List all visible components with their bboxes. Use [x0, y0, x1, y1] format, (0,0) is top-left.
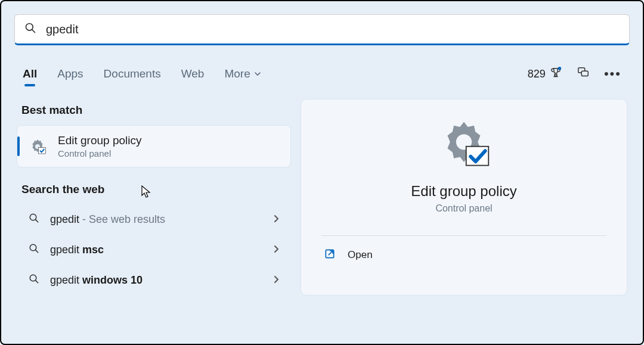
tab-documents[interactable]: Documents	[104, 67, 161, 80]
best-match-title: Edit group policy	[58, 134, 141, 147]
svg-point-4	[558, 66, 562, 70]
svg-rect-8	[38, 147, 45, 154]
best-match-result[interactable]: Edit group policy Control panel	[17, 125, 291, 167]
chevron-right-icon	[273, 215, 279, 225]
web-result-gpedit-windows-10[interactable]: gpedit windows 10	[17, 265, 291, 296]
search-icon	[29, 243, 39, 257]
tab-web[interactable]: Web	[181, 67, 205, 80]
tab-apps[interactable]: Apps	[57, 67, 83, 80]
chevron-right-icon	[273, 245, 279, 256]
filter-tabs: All Apps Documents Web More 829	[1, 62, 643, 86]
gear-check-icon	[28, 137, 47, 156]
trophy-icon	[549, 66, 562, 82]
chat-icon[interactable]	[577, 66, 590, 82]
rewards-points[interactable]: 829	[528, 66, 562, 82]
web-result-text: gpedit - See web results	[50, 213, 165, 226]
search-icon	[29, 213, 39, 226]
best-match-heading: Best match	[21, 104, 286, 117]
open-label: Open	[348, 249, 373, 261]
best-match-subtitle: Control panel	[58, 148, 141, 158]
web-result-gpedit-msc[interactable]: gpedit msc	[17, 235, 291, 265]
svg-rect-6	[581, 71, 588, 76]
tab-all[interactable]: All	[23, 67, 37, 80]
svg-line-14	[36, 281, 38, 283]
svg-line-1	[32, 30, 35, 33]
detail-subtitle: Control panel	[435, 203, 492, 214]
svg-line-10	[36, 220, 38, 222]
detail-title: Edit group policy	[411, 183, 516, 200]
web-result-text: gpedit windows 10	[50, 274, 143, 287]
svg-rect-2	[555, 74, 557, 76]
search-bar[interactable]	[14, 14, 630, 45]
web-result-gpedit[interactable]: gpedit - See web results	[17, 204, 291, 235]
open-external-icon	[324, 248, 336, 262]
chevron-right-icon	[273, 275, 279, 286]
web-result-text: gpedit msc	[50, 244, 104, 256]
open-action[interactable]: Open	[321, 236, 606, 262]
detail-pane: Edit group policy Control panel Open	[301, 99, 627, 296]
search-icon	[29, 273, 39, 287]
chevron-down-icon	[254, 67, 261, 80]
search-input[interactable]	[46, 23, 620, 36]
tab-more[interactable]: More	[224, 67, 261, 80]
results-column: Best match Edit group policy Control pan…	[17, 99, 291, 296]
gear-check-icon-large	[437, 117, 491, 171]
search-web-heading: Search the web	[21, 183, 286, 196]
search-icon	[24, 22, 36, 36]
more-options-icon[interactable]: •••	[604, 66, 621, 82]
svg-line-12	[36, 250, 38, 253]
